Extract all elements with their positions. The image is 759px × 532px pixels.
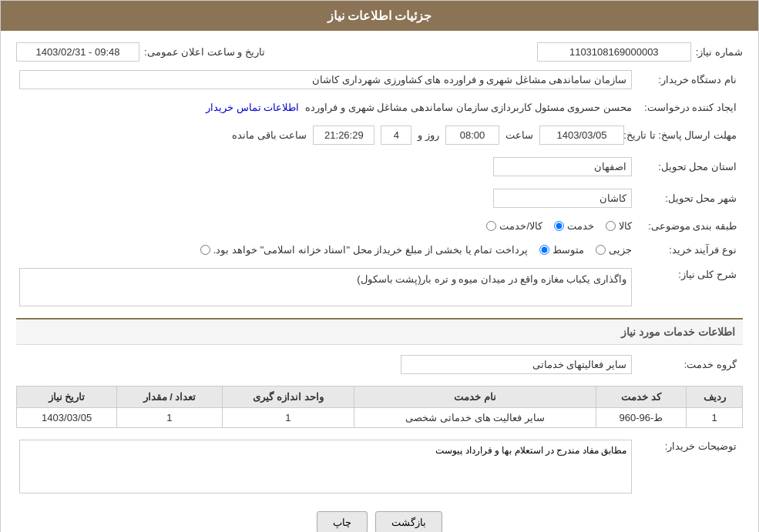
- category-kala-khedmat-label: کالا/خدمت: [499, 220, 542, 232]
- announce-date-label: تاریخ و ساعت اعلان عمومی:: [144, 46, 265, 58]
- category-kala-input[interactable]: [606, 221, 616, 231]
- category-kala-khedmat-radio[interactable]: کالا/خدمت: [486, 220, 542, 232]
- city-label: شهر محل تحویل:: [635, 189, 743, 208]
- category-khedmat-radio[interactable]: خدمت: [554, 220, 594, 232]
- purchase-esnad-input[interactable]: [200, 245, 210, 255]
- service-group-value: سایر فعالیتهای خدماتی: [401, 355, 632, 374]
- col-header-row: ردیف: [687, 386, 743, 408]
- purchase-jozi-input[interactable]: [596, 245, 606, 255]
- cell-code: ط-96-960: [596, 408, 686, 428]
- buyer-desc-label: توضیحات خریدار:: [635, 436, 743, 456]
- category-kala-radio[interactable]: کالا: [606, 220, 632, 232]
- purchase-jozi-label: جزیی: [609, 244, 632, 256]
- cell-unit: 1: [222, 408, 354, 428]
- category-label: طبقه بندی موضوعی:: [635, 216, 743, 236]
- need-desc-label: شرح کلی نیاز:: [635, 264, 743, 284]
- cell-row: 1: [687, 408, 743, 428]
- col-header-date: تاریخ نیاز: [17, 386, 117, 408]
- page-header: جزئیات اطلاعات نیاز: [1, 1, 758, 31]
- service-group-label: گروه خدمت:: [635, 355, 743, 374]
- province-label: استان محل تحویل:: [635, 157, 743, 176]
- response-date: 1403/03/05: [539, 125, 624, 145]
- col-header-name: نام خدمت: [354, 386, 596, 408]
- cell-name: سایر فعالیت های خدماتی شخصی: [354, 408, 596, 428]
- response-remaining-label: ساعت باقی مانده: [232, 129, 307, 141]
- response-time: 08:00: [445, 125, 499, 145]
- cell-date: 1403/03/05: [17, 408, 117, 428]
- creator-contact-link[interactable]: اطلاعات تماس خریدار: [206, 102, 299, 113]
- buyer-org-value: سازمان ساماندهی مشاغل شهری و فراورده های…: [19, 70, 632, 89]
- print-button[interactable]: چاپ: [317, 511, 368, 532]
- col-header-qty: تعداد / مقدار: [117, 386, 222, 408]
- need-desc-value: واگذاری یکباب مغازه واقع در میدان میوه و…: [357, 273, 626, 285]
- category-kala-label: کالا: [619, 220, 632, 232]
- table-row: 1 ط-96-960 سایر فعالیت های خدماتی شخصی 1…: [17, 408, 743, 428]
- need-number-value: 1103108169000003: [537, 42, 691, 62]
- creator-value: محسن حسروی مسئول کاربردازی سازمان ساماند…: [305, 102, 632, 113]
- category-khedmat-label: خدمت: [567, 220, 594, 232]
- category-kala-khedmat-input[interactable]: [486, 221, 496, 231]
- purchase-motavaset-input[interactable]: [539, 245, 549, 255]
- services-section-title: اطلاعات خدمات مورد نیاز: [16, 318, 743, 345]
- purchase-motavaset-label: متوسط: [552, 244, 584, 256]
- announce-date-value: 1403/02/31 - 09:48: [16, 42, 139, 62]
- response-day: 4: [381, 125, 411, 145]
- category-khedmat-input[interactable]: [554, 221, 564, 231]
- buyer-org-label: نام دستگاه خریدار:: [635, 70, 743, 89]
- cell-qty: 1: [117, 408, 222, 428]
- response-deadline-label: مهلت ارسال پاسخ: تا تاریخ:: [627, 125, 743, 145]
- purchase-esnad-label: پرداخت تمام یا بخشی از مبلغ خریداز محل "…: [213, 244, 528, 256]
- services-table: ردیف کد خدمت نام خدمت واحد اندازه گیری ت…: [16, 386, 743, 428]
- city-value: کاشان: [493, 189, 632, 208]
- back-button[interactable]: بازگشت: [375, 511, 442, 532]
- need-number-label: شماره نیاز:: [696, 46, 743, 58]
- purchase-motavaset-radio[interactable]: متوسط: [539, 244, 584, 256]
- response-time-label: ساعت: [505, 129, 533, 141]
- col-header-code: کد خدمت: [596, 386, 686, 408]
- purchase-esnad-radio: پرداخت تمام یا بخشی از مبلغ خریداز محل "…: [200, 244, 528, 256]
- response-remaining: 21:26:29: [313, 125, 374, 145]
- button-row: بازگشت چاپ: [16, 511, 743, 532]
- col-header-unit: واحد اندازه گیری: [222, 386, 354, 408]
- buyer-desc-textarea[interactable]: [19, 440, 632, 494]
- purchase-jozi-radio[interactable]: جزیی: [596, 244, 632, 256]
- response-day-label: روز و: [418, 129, 439, 141]
- province-value: اصفهان: [493, 157, 632, 176]
- creator-label: ایجاد کننده درخواست:: [635, 98, 743, 117]
- purchase-type-label: نوع فرآیند خرید:: [635, 240, 743, 259]
